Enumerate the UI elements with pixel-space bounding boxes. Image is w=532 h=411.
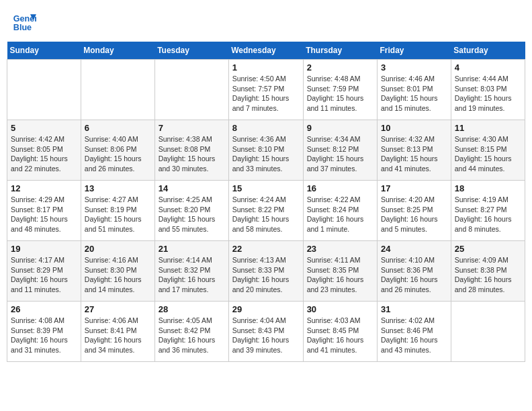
day-info: Sunrise: 4:05 AM Sunset: 8:42 PM Dayligh… bbox=[159, 316, 225, 355]
day-info: Sunrise: 4:22 AM Sunset: 8:24 PM Dayligh… bbox=[307, 195, 373, 234]
week-row-5: 26Sunrise: 4:08 AM Sunset: 8:39 PM Dayli… bbox=[7, 302, 525, 362]
day-info: Sunrise: 4:20 AM Sunset: 8:25 PM Dayligh… bbox=[381, 195, 447, 234]
week-row-1: 1Sunrise: 4:50 AM Sunset: 7:57 PM Daylig… bbox=[7, 60, 525, 120]
day-number: 7 bbox=[159, 123, 225, 133]
page-header: General Blue bbox=[7, 7, 525, 36]
calendar-cell: 17Sunrise: 4:20 AM Sunset: 8:25 PM Dayli… bbox=[377, 181, 451, 241]
day-info: Sunrise: 4:36 AM Sunset: 8:10 PM Dayligh… bbox=[232, 134, 300, 174]
calendar-cell: 26Sunrise: 4:08 AM Sunset: 8:39 PM Dayli… bbox=[7, 302, 81, 362]
day-info: Sunrise: 4:30 AM Sunset: 8:15 PM Dayligh… bbox=[455, 134, 521, 174]
day-number: 26 bbox=[11, 304, 77, 314]
calendar-cell: 21Sunrise: 4:14 AM Sunset: 8:32 PM Dayli… bbox=[154, 241, 228, 302]
calendar-cell: 9Sunrise: 4:34 AM Sunset: 8:12 PM Daylig… bbox=[303, 120, 377, 181]
calendar-cell: 31Sunrise: 4:02 AM Sunset: 8:46 PM Dayli… bbox=[377, 302, 451, 362]
header-row: SundayMondayTuesdayWednesdayThursdayFrid… bbox=[7, 42, 525, 60]
day-info: Sunrise: 4:24 AM Sunset: 8:22 PM Dayligh… bbox=[232, 195, 300, 234]
day-number: 11 bbox=[455, 123, 521, 133]
day-number: 21 bbox=[159, 244, 225, 254]
calendar-cell: 22Sunrise: 4:13 AM Sunset: 8:33 PM Dayli… bbox=[228, 241, 303, 302]
day-info: Sunrise: 4:38 AM Sunset: 8:08 PM Dayligh… bbox=[159, 134, 225, 174]
day-info: Sunrise: 4:10 AM Sunset: 8:36 PM Dayligh… bbox=[381, 255, 447, 295]
day-header-sunday: Sunday bbox=[7, 42, 81, 60]
calendar-cell: 3Sunrise: 4:46 AM Sunset: 8:01 PM Daylig… bbox=[377, 60, 451, 120]
day-number: 22 bbox=[232, 244, 300, 254]
calendar-cell: 4Sunrise: 4:44 AM Sunset: 8:03 PM Daylig… bbox=[451, 60, 525, 120]
day-number: 31 bbox=[381, 304, 447, 314]
day-number: 18 bbox=[455, 183, 521, 193]
day-info: Sunrise: 4:19 AM Sunset: 8:27 PM Dayligh… bbox=[455, 195, 521, 234]
day-number: 25 bbox=[455, 244, 521, 254]
day-info: Sunrise: 4:13 AM Sunset: 8:33 PM Dayligh… bbox=[232, 255, 300, 295]
day-number: 29 bbox=[232, 304, 300, 314]
day-number: 5 bbox=[11, 123, 77, 133]
day-info: Sunrise: 4:44 AM Sunset: 8:03 PM Dayligh… bbox=[455, 74, 521, 113]
day-info: Sunrise: 4:08 AM Sunset: 8:39 PM Dayligh… bbox=[11, 316, 77, 355]
day-info: Sunrise: 4:02 AM Sunset: 8:46 PM Dayligh… bbox=[381, 316, 447, 355]
calendar-table: SundayMondayTuesdayWednesdayThursdayFrid… bbox=[7, 42, 525, 362]
calendar-cell: 7Sunrise: 4:38 AM Sunset: 8:08 PM Daylig… bbox=[154, 120, 228, 181]
calendar-cell: 29Sunrise: 4:04 AM Sunset: 8:43 PM Dayli… bbox=[228, 302, 303, 362]
day-info: Sunrise: 4:25 AM Sunset: 8:20 PM Dayligh… bbox=[159, 195, 225, 234]
calendar-cell: 14Sunrise: 4:25 AM Sunset: 8:20 PM Dayli… bbox=[154, 181, 228, 241]
calendar-cell: 5Sunrise: 4:42 AM Sunset: 8:05 PM Daylig… bbox=[7, 120, 81, 181]
logo: General Blue bbox=[12, 9, 39, 34]
day-header-tuesday: Tuesday bbox=[154, 42, 228, 60]
calendar-cell: 24Sunrise: 4:10 AM Sunset: 8:36 PM Dayli… bbox=[377, 241, 451, 302]
day-number: 12 bbox=[11, 183, 77, 193]
day-number: 10 bbox=[381, 123, 447, 133]
calendar-cell: 27Sunrise: 4:06 AM Sunset: 8:41 PM Dayli… bbox=[81, 302, 154, 362]
calendar-cell: 15Sunrise: 4:24 AM Sunset: 8:22 PM Dayli… bbox=[228, 181, 303, 241]
day-header-monday: Monday bbox=[81, 42, 154, 60]
day-header-thursday: Thursday bbox=[303, 42, 377, 60]
day-number: 6 bbox=[85, 123, 151, 133]
day-number: 4 bbox=[455, 62, 521, 73]
day-info: Sunrise: 4:32 AM Sunset: 8:13 PM Dayligh… bbox=[381, 134, 447, 174]
calendar-cell: 12Sunrise: 4:29 AM Sunset: 8:17 PM Dayli… bbox=[7, 181, 81, 241]
day-info: Sunrise: 4:29 AM Sunset: 8:17 PM Dayligh… bbox=[11, 195, 77, 234]
calendar-cell: 18Sunrise: 4:19 AM Sunset: 8:27 PM Dayli… bbox=[451, 181, 525, 241]
calendar-cell: 13Sunrise: 4:27 AM Sunset: 8:19 PM Dayli… bbox=[81, 181, 154, 241]
day-number: 14 bbox=[159, 183, 225, 193]
calendar-cell: 10Sunrise: 4:32 AM Sunset: 8:13 PM Dayli… bbox=[377, 120, 451, 181]
calendar-cell: 28Sunrise: 4:05 AM Sunset: 8:42 PM Dayli… bbox=[154, 302, 228, 362]
day-info: Sunrise: 4:40 AM Sunset: 8:06 PM Dayligh… bbox=[85, 134, 151, 174]
day-number: 24 bbox=[381, 244, 447, 254]
day-info: Sunrise: 4:46 AM Sunset: 8:01 PM Dayligh… bbox=[381, 74, 447, 113]
calendar-cell: 2Sunrise: 4:48 AM Sunset: 7:59 PM Daylig… bbox=[303, 60, 377, 120]
day-info: Sunrise: 4:16 AM Sunset: 8:30 PM Dayligh… bbox=[85, 255, 151, 295]
calendar-cell: 20Sunrise: 4:16 AM Sunset: 8:30 PM Dayli… bbox=[81, 241, 154, 302]
week-row-2: 5Sunrise: 4:42 AM Sunset: 8:05 PM Daylig… bbox=[7, 120, 525, 181]
day-number: 9 bbox=[307, 123, 373, 133]
day-number: 13 bbox=[85, 183, 151, 193]
calendar-cell: 19Sunrise: 4:17 AM Sunset: 8:29 PM Dayli… bbox=[7, 241, 81, 302]
calendar-cell: 16Sunrise: 4:22 AM Sunset: 8:24 PM Dayli… bbox=[303, 181, 377, 241]
day-number: 30 bbox=[307, 304, 373, 314]
calendar-cell bbox=[154, 60, 228, 120]
calendar-cell bbox=[81, 60, 154, 120]
logo-icon: General Blue bbox=[12, 9, 36, 34]
day-info: Sunrise: 4:09 AM Sunset: 8:38 PM Dayligh… bbox=[455, 255, 521, 295]
day-info: Sunrise: 4:17 AM Sunset: 8:29 PM Dayligh… bbox=[11, 255, 77, 295]
day-info: Sunrise: 4:27 AM Sunset: 8:19 PM Dayligh… bbox=[85, 195, 151, 234]
day-number: 17 bbox=[381, 183, 447, 193]
week-row-3: 12Sunrise: 4:29 AM Sunset: 8:17 PM Dayli… bbox=[7, 181, 525, 241]
day-number: 23 bbox=[307, 244, 373, 254]
calendar-cell: 8Sunrise: 4:36 AM Sunset: 8:10 PM Daylig… bbox=[228, 120, 303, 181]
day-info: Sunrise: 4:34 AM Sunset: 8:12 PM Dayligh… bbox=[307, 134, 373, 174]
day-number: 28 bbox=[159, 304, 225, 314]
day-number: 1 bbox=[232, 62, 300, 73]
day-info: Sunrise: 4:48 AM Sunset: 7:59 PM Dayligh… bbox=[307, 74, 373, 113]
day-header-friday: Friday bbox=[377, 42, 451, 60]
day-info: Sunrise: 4:14 AM Sunset: 8:32 PM Dayligh… bbox=[159, 255, 225, 295]
calendar-cell: 25Sunrise: 4:09 AM Sunset: 8:38 PM Dayli… bbox=[451, 241, 525, 302]
day-number: 20 bbox=[85, 244, 151, 254]
day-info: Sunrise: 4:42 AM Sunset: 8:05 PM Dayligh… bbox=[11, 134, 77, 174]
day-info: Sunrise: 4:04 AM Sunset: 8:43 PM Dayligh… bbox=[232, 316, 300, 355]
day-info: Sunrise: 4:11 AM Sunset: 8:35 PM Dayligh… bbox=[307, 255, 373, 295]
calendar-cell bbox=[451, 302, 525, 362]
day-number: 15 bbox=[232, 183, 300, 193]
day-header-wednesday: Wednesday bbox=[228, 42, 303, 60]
week-row-4: 19Sunrise: 4:17 AM Sunset: 8:29 PM Dayli… bbox=[7, 241, 525, 302]
day-info: Sunrise: 4:06 AM Sunset: 8:41 PM Dayligh… bbox=[85, 316, 151, 355]
day-number: 16 bbox=[307, 183, 373, 193]
